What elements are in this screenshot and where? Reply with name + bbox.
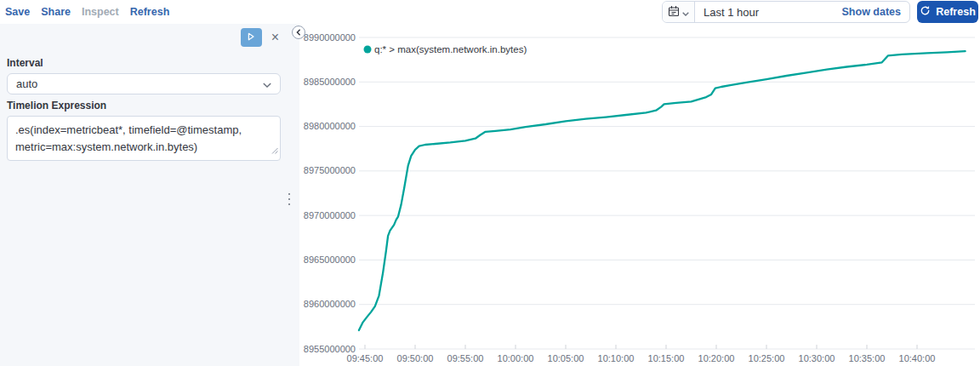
x-axis-tick-label: 10:35:00 xyxy=(849,353,886,363)
chevron-down-icon xyxy=(263,77,271,90)
x-axis-tick-label: 10:25:00 xyxy=(749,353,785,363)
refresh-query-button[interactable]: Refresh xyxy=(917,1,978,23)
play-icon xyxy=(246,31,256,44)
x-axis-tick-label: 10:10:00 xyxy=(598,353,635,363)
inspect-button[interactable]: Inspect xyxy=(82,6,119,18)
editor-toolbar: × xyxy=(0,26,299,52)
x-axis-tick-label: 09:50:00 xyxy=(397,353,434,363)
panel-resize-handle[interactable] xyxy=(288,193,290,205)
timelion-expression-input[interactable]: .es(index=metricbeat*, timefield=@timest… xyxy=(7,116,281,161)
y-axis-tick-label: 8965000000 xyxy=(304,254,356,265)
top-nav-menu: Save Share Inspect Refresh xyxy=(5,6,169,18)
x-axis-tick-label: 10:40:00 xyxy=(899,353,936,363)
expression-label: Timelion Expression xyxy=(7,100,281,112)
chevron-down-icon xyxy=(682,6,689,19)
legend-label: q:* > max(system.network.in.bytes) xyxy=(374,44,527,54)
x-axis-tick-label: 09:45:00 xyxy=(347,353,384,363)
y-axis-tick-label: 8990000000 xyxy=(304,32,356,43)
y-axis-tick-label: 8975000000 xyxy=(304,165,356,175)
super-date-picker: Last 1 hour Show dates xyxy=(662,1,910,23)
y-axis-tick-label: 8955000000 xyxy=(304,344,356,354)
timelion-editor-panel: × Interval auto Timelion Expression .es(… xyxy=(0,24,299,366)
y-axis-tick-label: 8970000000 xyxy=(304,210,356,220)
x-axis-tick-label: 10:05:00 xyxy=(548,353,584,363)
editor-form: Interval auto Timelion Expression .es(in… xyxy=(0,57,299,161)
chart-area: 8955000000896000000089650000008970000000… xyxy=(299,24,980,366)
save-button[interactable]: Save xyxy=(5,6,30,18)
refresh-button-label: Refresh xyxy=(936,6,976,18)
x-axis-tick-label: 10:00:00 xyxy=(498,353,534,363)
interval-label: Interval xyxy=(7,57,281,69)
main-content: × Interval auto Timelion Expression .es(… xyxy=(0,24,980,366)
y-axis-tick-label: 8980000000 xyxy=(304,121,356,131)
show-dates-link[interactable]: Show dates xyxy=(842,6,909,18)
collapse-panel-button[interactable] xyxy=(292,26,305,39)
run-expression-button[interactable] xyxy=(241,28,262,47)
x-axis-tick-label: 10:30:00 xyxy=(799,353,835,363)
close-editor-icon[interactable]: × xyxy=(270,31,281,44)
interval-selected-value: auto xyxy=(16,77,37,90)
timelion-chart[interactable]: 8955000000896000000089650000008970000000… xyxy=(299,24,980,366)
share-button[interactable]: Share xyxy=(41,6,71,18)
top-bar: Save Share Inspect Refresh xyxy=(0,0,980,24)
x-axis-tick-label: 09:55:00 xyxy=(447,353,484,363)
y-axis-tick-label: 8960000000 xyxy=(304,299,356,309)
date-range-value[interactable]: Last 1 hour xyxy=(695,6,759,19)
refresh-nav-button[interactable]: Refresh xyxy=(130,6,170,18)
calendar-icon xyxy=(668,5,680,20)
x-axis-tick-label: 10:20:00 xyxy=(698,353,735,363)
expression-text: .es(index=metricbeat*, timefield=@timest… xyxy=(15,123,242,153)
series-line xyxy=(359,51,966,330)
interval-select[interactable]: auto xyxy=(7,73,281,94)
refresh-icon xyxy=(920,5,931,19)
x-axis-tick-label: 10:15:00 xyxy=(648,353,685,363)
date-quick-select-button[interactable] xyxy=(663,2,695,22)
resize-handle-icon[interactable] xyxy=(271,142,278,159)
date-picker-area: Last 1 hour Show dates Refresh xyxy=(662,1,978,23)
y-axis-tick-label: 8985000000 xyxy=(304,77,356,87)
legend-marker-icon xyxy=(364,46,372,54)
